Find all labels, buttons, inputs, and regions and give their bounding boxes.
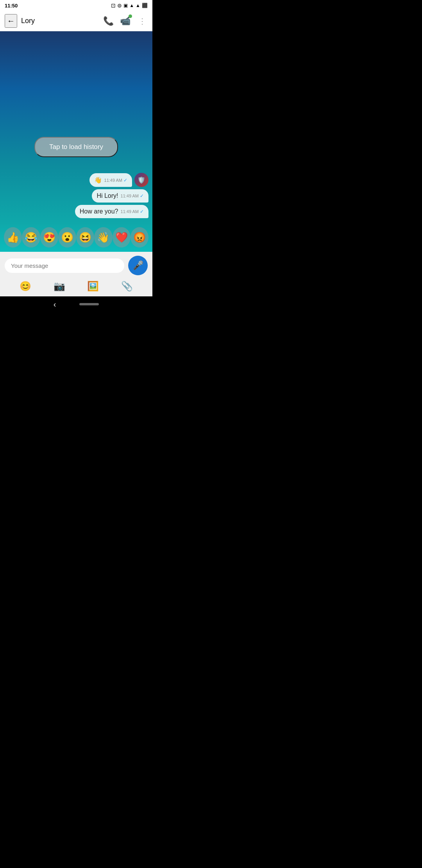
message-input[interactable] <box>5 258 124 273</box>
phone-icon: 📞 <box>103 16 114 26</box>
sync-icon: ⊚ <box>117 2 122 9</box>
table-row: 👋 11:49 AM ✓ 🛡️ <box>4 173 148 187</box>
message-bubble: 👋 11:49 AM ✓ <box>89 173 132 187</box>
microphone-icon: 🎤 <box>133 260 143 271</box>
voice-button[interactable]: 🎤 <box>128 256 148 275</box>
toolbar-row: 😊 📷 🖼️ 📎 <box>5 279 148 293</box>
contact-name: Lory <box>21 17 99 25</box>
message-time: 11:49 AM <box>104 178 122 183</box>
home-indicator[interactable] <box>79 303 99 305</box>
online-indicator <box>129 14 132 18</box>
message-text: Hi Lory! <box>97 192 118 199</box>
attachment-button[interactable]: 📎 <box>118 279 136 293</box>
reaction-heart[interactable]: ❤️ <box>113 227 131 247</box>
message-bubble: Hi Lory! 11:49 AM ✓ <box>92 189 148 203</box>
reaction-thumbsup[interactable]: 👍 <box>4 227 22 247</box>
video-call-button[interactable]: 📹 <box>120 16 131 26</box>
message-time: 11:49 AM <box>121 194 139 198</box>
reaction-heart-eyes[interactable]: 😍 <box>40 227 58 247</box>
status-icons: ⊡ ⊚ ▣ ▲ ▲ ⬛ <box>111 2 148 9</box>
chat-area: Tap to load history 👋 11:49 AM ✓ 🛡️ Hi L… <box>0 31 152 223</box>
load-history-button[interactable]: Tap to load history <box>34 137 118 157</box>
table-row: Hi Lory! 11:49 AM ✓ <box>4 189 148 203</box>
reaction-laugh[interactable]: 😂 <box>22 227 40 247</box>
wifi-icon: ▲ <box>129 3 134 8</box>
vibrate-icon: ▣ <box>123 3 128 8</box>
back-button[interactable]: ← <box>5 14 17 28</box>
message-text: How are you? <box>80 208 118 215</box>
message-meta: 11:49 AM ✓ <box>104 178 127 183</box>
top-actions: 📞 📹 ⋮ <box>103 15 148 27</box>
reaction-wave[interactable]: 👋 <box>94 227 112 247</box>
battery-icon: ⬛ <box>142 3 148 8</box>
gallery-button[interactable]: 🖼️ <box>84 279 102 293</box>
message-text: 👋 <box>94 176 102 184</box>
message-bubble: How are you? 11:49 AM ✓ <box>75 205 148 218</box>
top-bar: ← Lory 📞 📹 ⋮ <box>0 11 152 31</box>
camera-button[interactable]: 📷 <box>50 279 68 293</box>
delivered-check: ✓ <box>140 209 144 214</box>
message-time: 11:49 AM <box>121 209 139 214</box>
reaction-wow[interactable]: 😮 <box>58 227 76 247</box>
table-row: How are you? 11:49 AM ✓ <box>4 205 148 218</box>
paperclip-icon: 📎 <box>121 281 133 291</box>
camera-icon: 📷 <box>54 281 65 291</box>
call-button[interactable]: 📞 <box>103 16 114 26</box>
gallery-icon: 🖼️ <box>87 281 99 291</box>
reactions-row: 👍 😂 😍 😮 😆 👋 ❤️ 😡 <box>0 223 152 252</box>
avatar: 🛡️ <box>134 173 148 187</box>
reaction-angry[interactable]: 😡 <box>131 227 148 247</box>
message-meta: 11:49 AM ✓ <box>121 193 144 199</box>
system-back-button[interactable]: ‹ <box>54 300 56 309</box>
status-time: 11:50 <box>5 3 18 9</box>
input-row: 🎤 <box>5 256 148 275</box>
delivered-check: ✓ <box>140 193 144 199</box>
emoji-icon: 😊 <box>20 281 31 291</box>
clipboard-icon: ⊡ <box>111 2 116 9</box>
message-meta: 11:49 AM ✓ <box>121 209 144 214</box>
messages-container: 👋 11:49 AM ✓ 🛡️ Hi Lory! 11:49 AM ✓ <box>0 173 152 218</box>
delivered-check: ✓ <box>123 178 127 183</box>
signal-icon: ▲ <box>136 3 140 8</box>
avatar-badge: 🛡️ <box>138 176 145 184</box>
status-bar: 11:50 ⊡ ⊚ ▣ ▲ ▲ ⬛ <box>0 0 152 11</box>
more-options-button[interactable]: ⋮ <box>137 15 148 27</box>
input-bar: 🎤 😊 📷 🖼️ 📎 <box>0 252 152 296</box>
emoji-button[interactable]: 😊 <box>16 279 34 293</box>
reaction-grin[interactable]: 😆 <box>76 227 94 247</box>
nav-bar: ‹ <box>0 296 152 312</box>
